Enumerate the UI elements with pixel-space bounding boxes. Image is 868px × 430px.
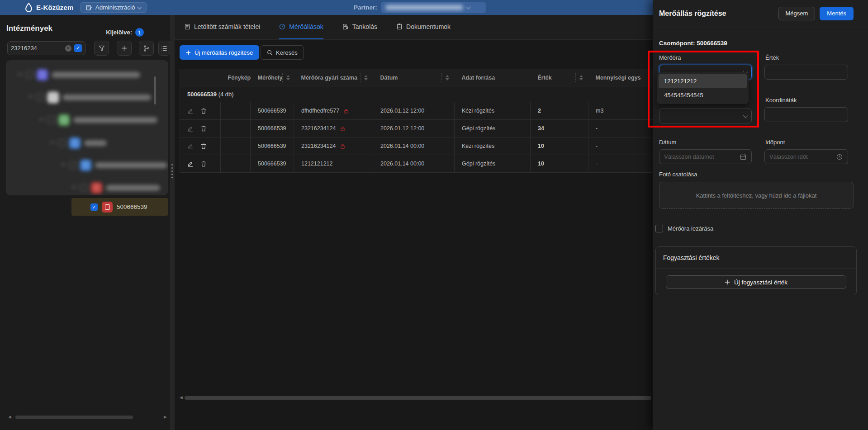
date-cell: 2026.01.14 00:00 — [373, 155, 455, 173]
scroll-left-icon[interactable]: ◀ — [8, 415, 11, 419]
meter-dropdown: 1212121212 454545454545 — [657, 72, 749, 104]
value-input[interactable] — [764, 65, 848, 80]
close-meter-checkbox[interactable] — [655, 225, 663, 232]
tree-node-redacted[interactable] — [40, 111, 157, 129]
photo-cell — [221, 137, 251, 155]
delete-button[interactable] — [200, 143, 207, 149]
tab-invoice-items[interactable]: Letöltött számlák tételei — [184, 15, 260, 39]
add-node-button[interactable] — [117, 41, 132, 56]
sort-icon[interactable] — [286, 75, 290, 80]
admin-menu[interactable]: Adminisztráció — [80, 2, 147, 13]
tree-caret-icon[interactable] — [17, 73, 22, 78]
building-icon — [47, 92, 59, 103]
edit-button[interactable] — [187, 108, 194, 114]
coordinates-input[interactable] — [764, 107, 848, 122]
reading-entry-drawer: Merőállás rögzítése Mégsem Mentés Csomóp… — [653, 0, 868, 430]
tree-node-redacted[interactable] — [51, 134, 107, 152]
column-date[interactable]: Dátum — [373, 69, 455, 86]
sidebar-title: Intézmények — [6, 24, 52, 33]
sort-icon[interactable] — [364, 75, 368, 80]
partner-select[interactable] — [381, 2, 486, 13]
serial-cell: dfhdfhedfre577 — [301, 108, 339, 114]
place-cell: 500666539 — [251, 120, 294, 137]
chevron-down-icon — [138, 5, 142, 9]
tree-vertical-scrollbar[interactable] — [154, 76, 156, 104]
tree-checkbox[interactable] — [58, 139, 66, 146]
add-consumption-button[interactable]: Új fogyasztási érték — [666, 275, 846, 289]
column-value[interactable]: Érték — [531, 69, 588, 86]
meter-group-icon — [80, 160, 91, 171]
edit-button[interactable] — [187, 161, 194, 167]
tree-node-redacted[interactable] — [19, 66, 140, 84]
close-meter-checkbox-row[interactable]: Mérőóra lezárása — [655, 225, 713, 232]
scroll-left-icon[interactable]: ◀ — [180, 395, 183, 400]
partner-label: Partner: — [354, 4, 377, 11]
search-button[interactable]: Keresés — [261, 45, 304, 60]
tab-meter-readings[interactable]: Mérőállások — [279, 15, 323, 39]
search-icon — [267, 50, 273, 56]
save-button[interactable]: Mentés — [820, 7, 854, 20]
tab-documents[interactable]: Dokumentumok — [396, 15, 451, 39]
exact-match-checkbox[interactable]: ✓ — [74, 44, 82, 52]
tree-checkbox[interactable] — [69, 161, 76, 169]
tree-caret-icon[interactable] — [50, 141, 55, 146]
tree-checkbox[interactable] — [26, 71, 33, 78]
sidebar-horizontal-scrollbar[interactable] — [15, 416, 133, 419]
edit-button[interactable] — [187, 143, 194, 149]
tree-caret-icon[interactable] — [28, 95, 33, 100]
tree-node-label-redacted — [52, 72, 140, 78]
source-cell: Kézi rögzítés — [455, 137, 531, 155]
tree-checkbox[interactable] — [37, 94, 44, 101]
edit-button[interactable] — [187, 125, 194, 132]
tree-search-input[interactable] — [11, 45, 62, 52]
column-photo: Fénykép — [221, 69, 251, 86]
source-cell: Gépi rögzítés — [455, 155, 531, 173]
tree-caret-icon[interactable] — [71, 186, 76, 191]
tree-checkbox-checked[interactable]: ✓ — [90, 203, 98, 211]
sidebar-resize-handle[interactable] — [170, 15, 175, 430]
dropdown-option[interactable]: 1212121212 — [659, 74, 747, 88]
search-button-label: Keresés — [276, 49, 298, 56]
branch-icon — [143, 45, 150, 52]
tree-node-redacted[interactable] — [62, 156, 167, 174]
list-view-button[interactable] — [158, 41, 170, 56]
pencil-icon — [187, 108, 194, 114]
sort-icon[interactable] — [446, 75, 449, 80]
filter-button[interactable] — [94, 41, 109, 56]
form-pen-icon — [86, 5, 92, 11]
tree-node-redacted[interactable] — [73, 179, 160, 195]
time-input[interactable] — [764, 149, 848, 164]
tree-node-selected[interactable]: ✓ 500666539 — [71, 198, 168, 216]
hierarchy-button[interactable] — [139, 41, 154, 56]
tree-checkbox[interactable] — [47, 116, 55, 123]
unit-select[interactable] — [659, 109, 752, 123]
tree-caret-icon[interactable] — [61, 163, 66, 168]
column-place[interactable]: Mérőhely — [251, 69, 294, 86]
photo-upload-dropzone[interactable]: Kattints a feltöltéshez, vagy húzd ide a… — [659, 182, 854, 209]
tree-checkbox[interactable] — [80, 184, 87, 191]
place-cell: 500666539 — [251, 137, 294, 155]
delete-button[interactable] — [200, 108, 207, 114]
delete-button[interactable] — [200, 161, 207, 167]
delete-button[interactable] — [200, 125, 207, 132]
date-input[interactable] — [659, 149, 752, 164]
list-icon — [161, 45, 167, 52]
table-horizontal-scrollbar[interactable] — [185, 396, 651, 400]
clear-search-icon[interactable]: ✕ — [65, 45, 71, 52]
sort-icon[interactable] — [579, 75, 583, 80]
meter-group-icon — [69, 137, 81, 149]
cancel-button[interactable]: Mégsem — [778, 7, 816, 20]
selected-count-label: Kijelölve: — [106, 29, 132, 36]
tab-fueling[interactable]: Tankolás — [342, 15, 377, 39]
close-meter-label: Mérőóra lezárása — [668, 225, 713, 232]
value-cell: 34 — [531, 120, 588, 137]
new-reading-button[interactable]: Új mérőállás rögzítése — [180, 45, 259, 60]
selected-count-badge: 1 — [135, 28, 144, 37]
tree-node-redacted[interactable] — [29, 88, 151, 106]
column-serial[interactable]: Mérőóra gyári száma — [294, 69, 373, 86]
source-cell: Kézi rögzítés — [455, 102, 531, 120]
tree-caret-icon[interactable] — [39, 118, 44, 123]
dropdown-option[interactable]: 454545454545 — [659, 88, 747, 102]
coords-field-label: Koordináták — [765, 97, 797, 104]
scroll-right-icon[interactable]: ▶ — [164, 415, 167, 419]
